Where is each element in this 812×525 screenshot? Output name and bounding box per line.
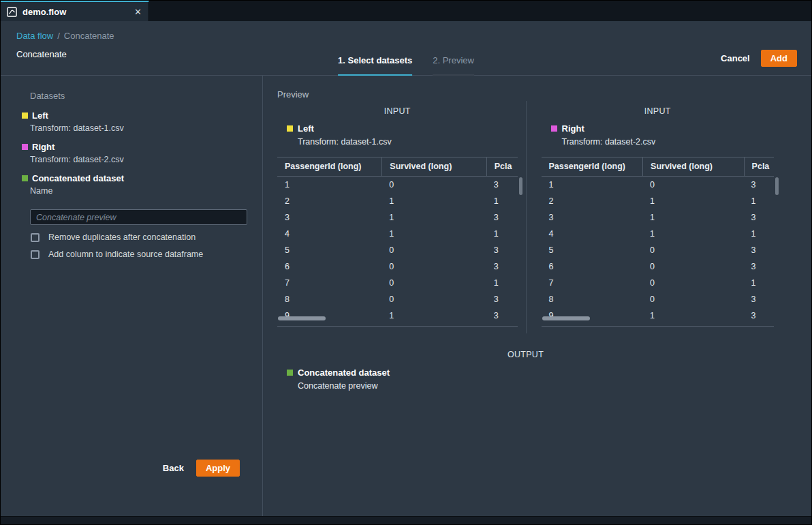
table-cell: 1 (381, 226, 486, 242)
output-label: OUTPUT (277, 350, 774, 359)
input-label-left: INPUT (277, 106, 518, 116)
table-cell: 3 (486, 258, 518, 275)
right-dataset-swatch (22, 144, 28, 150)
remove-duplicates-option[interactable]: Remove duplicates after concatenation (31, 232, 262, 242)
dataset-item-left: Left Transform: dataset-1.csv (22, 110, 262, 133)
input-section-right: INPUT Right Transform: dataset-2.csv Pas… (526, 101, 775, 333)
table-cell: 1 (642, 308, 744, 324)
table-cell: 9 (542, 308, 643, 324)
table-cell: 0 (381, 275, 486, 291)
output-preview-swatch (287, 370, 293, 376)
table-cell: 6 (277, 258, 381, 275)
add-source-column-label: Add column to indicate source dataframe (48, 250, 203, 259)
concatenate-name-input[interactable] (30, 209, 247, 225)
right-dataset-detail: Transform: dataset-2.csv (30, 155, 262, 164)
tab-title: demo.flow (22, 7, 66, 17)
table-cell: 1 (486, 275, 518, 291)
left-dataset-swatch (22, 112, 28, 119)
table-header-row: PassengerId (long)Survived (long)Pcla (277, 157, 518, 177)
left-input-tablewrap: PassengerId (long)Survived (long)Pcla103… (277, 157, 518, 327)
table-cell: 7 (542, 275, 643, 291)
content-area: Datasets Left Transform: dataset-1.csv R… (1, 76, 811, 516)
back-button[interactable]: Back (163, 463, 184, 473)
table-cell: 0 (381, 291, 486, 308)
table-cell: 3 (486, 291, 518, 308)
table-row: 313 (277, 209, 518, 226)
vertical-scrollbar[interactable] (775, 177, 779, 195)
breadcrumb-link-data-flow[interactable]: Data flow (16, 31, 53, 41)
column-header: Survived (long) (642, 158, 744, 176)
table-cell: 4 (277, 226, 381, 242)
table-cell: 3 (744, 308, 774, 324)
left-preview-name: Left (298, 123, 314, 134)
output-preview-header: Concatenated dataset Concatenate preview (277, 368, 774, 391)
table-row: 913 (277, 308, 518, 324)
table-cell: 0 (381, 177, 486, 193)
table-row: 701 (542, 275, 775, 291)
left-dataset-name: Left (32, 110, 48, 121)
table-row: 803 (277, 291, 518, 308)
table-cell: 3 (744, 291, 774, 308)
table-row: 913 (542, 308, 775, 324)
right-preview-swatch (551, 125, 557, 132)
dataset-item-right: Right Transform: dataset-2.csv (22, 142, 262, 164)
table-row: 411 (277, 226, 518, 242)
apply-button[interactable]: Apply (196, 460, 240, 477)
table-row: 603 (542, 258, 775, 275)
preview-heading: Preview (277, 89, 774, 100)
remove-duplicates-checkbox[interactable] (31, 233, 40, 242)
wizard-steps: 1. Select datasets 2. Preview (338, 55, 474, 76)
add-button[interactable]: Add (761, 50, 797, 67)
table-cell: 1 (744, 193, 774, 209)
column-header: PassengerId (long) (277, 158, 381, 176)
right-dataset-name: Right (32, 142, 54, 152)
table-cell: 1 (381, 193, 486, 209)
column-header: Pcla (486, 158, 518, 176)
table-cell: 1 (642, 209, 744, 226)
table-cell: 2 (542, 193, 643, 209)
left-dataset-detail: Transform: dataset-1.csv (30, 123, 262, 133)
column-header: PassengerId (long) (542, 158, 643, 176)
table-cell: 0 (381, 258, 486, 275)
table-row: 211 (277, 193, 518, 209)
table-cell: 3 (744, 209, 774, 226)
table-cell: 8 (277, 291, 381, 308)
table-cell: 1 (486, 193, 518, 209)
right-input-tablewrap: PassengerId (long)Survived (long)Pcla103… (542, 157, 775, 327)
close-icon[interactable]: ✕ (134, 7, 142, 17)
tab-preview[interactable]: 2. Preview (433, 55, 474, 76)
table-row: 603 (277, 258, 518, 275)
table-cell: 1 (381, 209, 486, 226)
table-header-row: PassengerId (long)Survived (long)Pcla (542, 157, 775, 177)
table-cell: 5 (277, 242, 381, 258)
window-bottom-bar (1, 516, 811, 524)
tab-select-datasets[interactable]: 1. Select datasets (338, 55, 412, 76)
table-row: 803 (542, 291, 775, 308)
table-row: 503 (542, 242, 775, 258)
datasets-panel: Datasets Left Transform: dataset-1.csv R… (1, 76, 263, 516)
table-cell: 3 (744, 177, 774, 193)
table-cell: 3 (486, 209, 518, 226)
vertical-scrollbar[interactable] (519, 177, 522, 195)
table-cell: 0 (642, 242, 744, 258)
datasets-heading: Datasets (30, 91, 262, 101)
flow-icon (7, 7, 17, 17)
cancel-button[interactable]: Cancel (721, 53, 750, 63)
add-source-column-checkbox[interactable] (31, 250, 40, 259)
table-cell: 4 (542, 226, 643, 242)
table-cell: 1 (744, 275, 774, 291)
horizontal-scrollbar[interactable] (542, 316, 590, 320)
page-header: Data flow/Concatenate Concatenate 1. Sel… (1, 21, 811, 76)
table-cell: 0 (642, 275, 744, 291)
table-cell: 3 (486, 308, 518, 324)
horizontal-scrollbar[interactable] (278, 316, 326, 320)
concatenated-dataset-name: Concatenated dataset (32, 173, 124, 183)
table-cell: 1 (542, 177, 643, 193)
add-source-column-option[interactable]: Add column to indicate source dataframe (31, 250, 262, 259)
table-cell: 3 (486, 242, 518, 258)
table-cell: 3 (542, 209, 643, 226)
tab-demo-flow[interactable]: demo.flow ✕ (1, 1, 149, 21)
left-preview-detail: Transform: dataset-1.csv (298, 137, 518, 147)
dataset-item-concatenated: Concatenated dataset Name (22, 173, 262, 196)
table-cell: 1 (486, 226, 518, 242)
